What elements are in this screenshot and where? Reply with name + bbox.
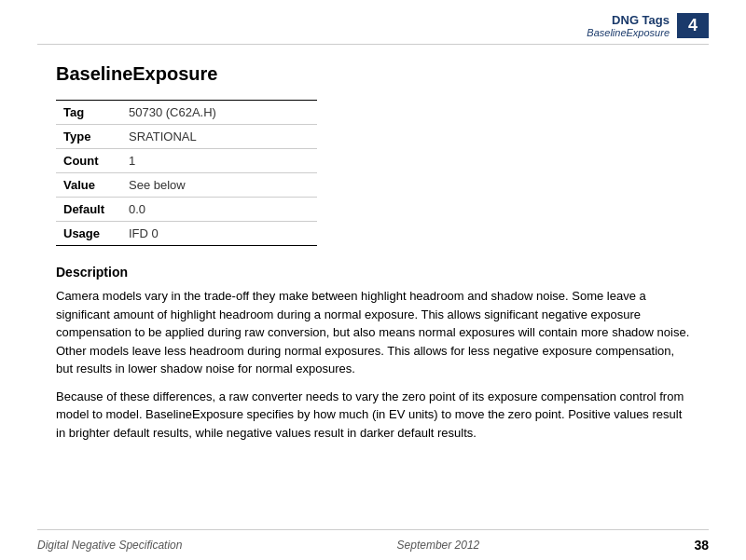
properties-table: Tag50730 (C62A.H)TypeSRATIONALCount1Valu…	[56, 100, 317, 246]
prop-label: Usage	[56, 222, 121, 246]
table-row: Tag50730 (C62A.H)	[56, 101, 317, 125]
description-paragraphs: Camera models vary in the trade-off they…	[56, 287, 690, 442]
table-row: Count1	[56, 149, 317, 173]
page-footer: Digital Negative Specification September…	[37, 529, 709, 560]
prop-label: Tag	[56, 101, 121, 125]
header-page-number: 4	[677, 13, 709, 38]
prop-value: 0.0	[121, 198, 317, 222]
footer-left: Digital Negative Specification	[37, 539, 182, 552]
header-subtitle: BaselineExposure	[587, 27, 670, 38]
header-title: DNG Tags	[587, 13, 670, 27]
prop-value: IFD 0	[121, 222, 317, 246]
table-row: TypeSRATIONAL	[56, 125, 317, 149]
table-row: UsageIFD 0	[56, 222, 317, 246]
table-row: ValueSee below	[56, 173, 317, 198]
prop-value: SRATIONAL	[121, 125, 317, 149]
prop-label: Value	[56, 173, 121, 198]
prop-label: Type	[56, 125, 121, 149]
header-text: DNG Tags BaselineExposure	[587, 13, 677, 38]
prop-label: Default	[56, 198, 121, 222]
page-header: DNG Tags BaselineExposure 4	[37, 0, 709, 45]
footer-center: September 2012	[397, 539, 480, 552]
prop-label: Count	[56, 149, 121, 173]
prop-value: 50730 (C62A.H)	[121, 101, 317, 125]
description-paragraph: Camera models vary in the trade-off they…	[56, 287, 690, 378]
description-title: Description	[56, 265, 690, 280]
prop-value: See below	[121, 173, 317, 198]
footer-page-number: 38	[694, 538, 709, 553]
page: DNG Tags BaselineExposure 4 BaselineExpo…	[0, 0, 746, 560]
description-paragraph: Because of these differences, a raw conv…	[56, 388, 690, 443]
table-row: Default0.0	[56, 198, 317, 222]
prop-value: 1	[121, 149, 317, 173]
main-content: BaselineExposure Tag50730 (C62A.H)TypeSR…	[0, 45, 746, 529]
section-title: BaselineExposure	[56, 63, 690, 85]
header-right: DNG Tags BaselineExposure 4	[587, 13, 709, 38]
